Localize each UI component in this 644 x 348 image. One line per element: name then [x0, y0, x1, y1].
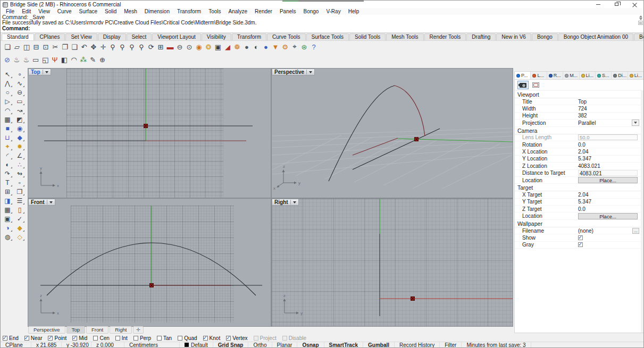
- tab-drafting[interactable]: Drafting: [466, 33, 496, 40]
- osnap-end[interactable]: End: [3, 335, 19, 341]
- circle-tool-icon[interactable]: ○: [2, 88, 13, 97]
- viewport-tab-top[interactable]: Top: [66, 326, 85, 334]
- vray-clipper-icon[interactable]: ✎: [88, 55, 97, 65]
- statusbar-ortho[interactable]: Ortho: [248, 342, 272, 347]
- target-place-button[interactable]: Place...: [578, 213, 638, 219]
- viewport-front[interactable]: z x Front: [28, 199, 271, 326]
- panel-tab-layers[interactable]: L...: [531, 72, 547, 79]
- command-prompt[interactable]: Command:: [1, 26, 643, 31]
- drape-tool-icon[interactable]: ◍: [2, 233, 13, 241]
- zoom-window-icon[interactable]: ⚲: [118, 42, 127, 52]
- menu-surface[interactable]: Surface: [76, 9, 101, 14]
- vray-fur-icon[interactable]: ⁂: [79, 55, 88, 65]
- viewport-menu-arrow-icon[interactable]: [45, 71, 48, 73]
- statusbar-y[interactable]: y -30.920: [62, 342, 91, 347]
- viewport-canvas-top[interactable]: y x: [28, 69, 271, 198]
- scroll-up-icon[interactable]: [639, 15, 642, 18]
- viewport-menu-arrow-icon[interactable]: [49, 201, 53, 203]
- polygon-tool-icon[interactable]: ▷: [2, 97, 13, 106]
- viewport-label-right[interactable]: Right: [272, 199, 299, 206]
- vray-render-interactive-icon[interactable]: ♨: [22, 55, 31, 65]
- osnap-point[interactable]: Point: [48, 335, 66, 341]
- hatch-tool-icon[interactable]: ☰: [14, 197, 25, 205]
- osnap-vertex[interactable]: Vertex: [226, 335, 247, 341]
- panel-tab-materials[interactable]: M...: [563, 72, 579, 79]
- viewport-canvas-right[interactable]: z y: [272, 199, 513, 326]
- panel-tab-libraries[interactable]: Li...: [580, 72, 596, 79]
- statusbar-units[interactable]: Centimeters: [124, 342, 180, 347]
- menu-view[interactable]: View: [35, 9, 54, 14]
- show-checkbox[interactable]: [578, 235, 583, 240]
- viewport-menu-arrow-icon[interactable]: [293, 201, 296, 203]
- filename-value[interactable]: (none): [578, 228, 632, 234]
- zoom-dynamic-icon[interactable]: ⚲: [108, 42, 118, 52]
- surface-tool-icon[interactable]: ▦: [2, 115, 13, 124]
- osnap-checkbox[interactable]: [254, 336, 258, 341]
- copy-icon[interactable]: ❐: [60, 42, 70, 52]
- pan-icon[interactable]: ✥: [89, 42, 98, 52]
- pointcloud-tool-icon[interactable]: ∴: [14, 160, 25, 169]
- vray-target-icon[interactable]: ⊕: [98, 55, 107, 65]
- show-object-icon[interactable]: ⊖: [175, 42, 185, 52]
- camera-place-button[interactable]: Place...: [578, 177, 638, 183]
- osnap-checkbox[interactable]: [203, 336, 208, 341]
- menu-file[interactable]: File: [2, 9, 18, 14]
- pipe-tool-icon[interactable]: ▯: [14, 206, 25, 214]
- viewport-canvas-front[interactable]: z x: [28, 199, 271, 326]
- freeform-tool-icon[interactable]: ↝: [14, 106, 25, 115]
- statusbar-record-history[interactable]: Record History: [395, 342, 440, 347]
- minimize-button[interactable]: [589, 1, 607, 8]
- menu-panels[interactable]: Panels: [276, 9, 300, 14]
- osnap-checkbox[interactable]: [3, 336, 7, 341]
- viewport-menu-arrow-icon[interactable]: [309, 71, 312, 73]
- box-tool-icon[interactable]: ■: [2, 124, 13, 133]
- vray-dome-icon[interactable]: ◠: [69, 55, 78, 65]
- rectangle-tool-icon[interactable]: ▭: [14, 97, 25, 106]
- statusbar-smarttrack[interactable]: SmartTrack: [324, 342, 363, 347]
- vray-node-icon[interactable]: Ψ: [51, 55, 60, 65]
- x-target-value[interactable]: 2.04: [578, 192, 641, 198]
- browse-button[interactable]: ...: [632, 228, 639, 234]
- viewport-canvas-perspective[interactable]: z y x: [272, 69, 513, 198]
- tab-render-tools[interactable]: Render Tools: [424, 33, 466, 40]
- viewport-tab-right[interactable]: Right: [110, 326, 132, 334]
- patch-tool-icon[interactable]: ◩: [14, 115, 25, 124]
- ellipse-tool-icon[interactable]: ⊖: [14, 88, 25, 97]
- viewport-label-perspective[interactable]: Perspective: [272, 69, 315, 75]
- open-file-icon[interactable]: ▱: [12, 42, 22, 52]
- undo-icon[interactable]: ↶: [79, 42, 89, 52]
- statusbar-filter[interactable]: Filter: [440, 342, 462, 347]
- color-wheel-icon[interactable]: ❁: [232, 42, 242, 52]
- arc-tool-icon[interactable]: ◠: [2, 106, 13, 115]
- viewport-right[interactable]: z y Right: [272, 199, 513, 326]
- statusbar-cplane[interactable]: CPlane: [1, 342, 31, 347]
- z-target-value[interactable]: 0.0: [578, 206, 641, 212]
- panel-tab-properties[interactable]: P...: [515, 72, 531, 79]
- cplane-axes-icon[interactable]: ⌖: [290, 42, 299, 52]
- projection-value[interactable]: Parallel: [578, 120, 632, 126]
- tab-select[interactable]: Select: [127, 33, 152, 40]
- statusbar-osnap[interactable]: Osnap: [297, 342, 324, 347]
- scroll-down-icon[interactable]: [639, 18, 642, 20]
- x-location-value[interactable]: 2.04: [578, 149, 641, 155]
- statusbar-z[interactable]: z 0.000: [91, 342, 124, 347]
- block-tool-icon[interactable]: ⊞: [2, 188, 13, 196]
- osnap-near[interactable]: Near: [24, 335, 43, 341]
- tab-surface-tools[interactable]: Surface Tools: [306, 33, 349, 40]
- osnap-project[interactable]: Project: [254, 335, 277, 341]
- tab-bongo-object-animation[interactable]: Bongo Object Animation 00: [558, 33, 633, 40]
- earth-icon[interactable]: ⊛: [299, 42, 309, 52]
- osnap-mid[interactable]: Mid: [72, 335, 87, 341]
- solid-tools-icon[interactable]: ◆: [14, 133, 25, 142]
- copy-tool-icon[interactable]: ❐: [14, 188, 25, 196]
- menu-mesh[interactable]: Mesh: [120, 9, 140, 14]
- frame-buffer-icon[interactable]: ▭: [31, 55, 40, 65]
- boolean-tool-icon[interactable]: ✦: [2, 142, 13, 151]
- zoom-extents-icon[interactable]: ⚲: [127, 42, 137, 52]
- panel-tab-sun[interactable]: S...: [596, 72, 612, 79]
- menu-bongo[interactable]: Bongo: [300, 9, 323, 14]
- help-icon[interactable]: ?: [309, 42, 319, 52]
- osnap-checkbox[interactable]: [24, 336, 29, 341]
- shade-tool-icon[interactable]: ◑: [2, 224, 13, 232]
- menu-render[interactable]: Render: [251, 9, 276, 14]
